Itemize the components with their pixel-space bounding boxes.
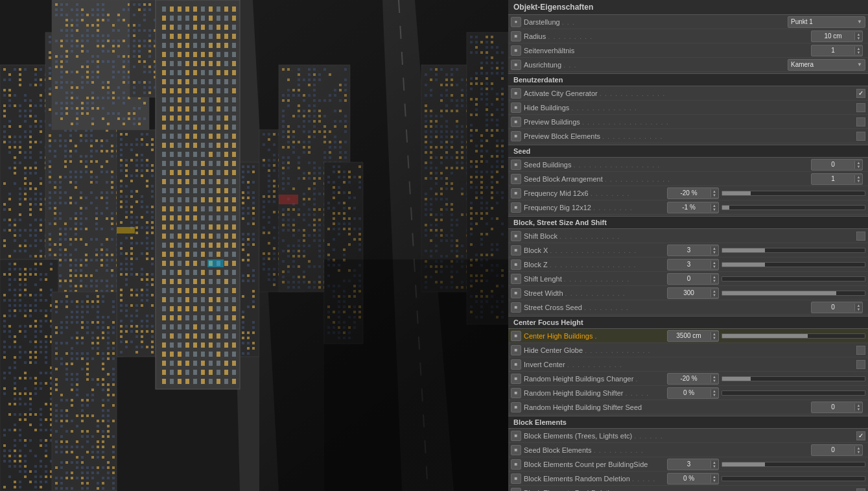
freq-mid-icon: ■ — [511, 188, 521, 198]
seed-buildings-down[interactable]: ▼ — [855, 165, 862, 169]
block-x-slider[interactable] — [721, 248, 866, 253]
push-del-label: Block Elements PushDeletion . . . . . . … — [524, 489, 854, 492]
seed-buildings-spinbox[interactable]: 0 ▲ ▼ — [811, 159, 863, 171]
preview-block-checkbox[interactable] — [856, 132, 865, 141]
freq-big-slider[interactable] — [721, 205, 866, 210]
seitenverhaeltnis-arrows: ▲ ▼ — [854, 47, 862, 54]
random-height-shifter-down[interactable]: ▼ — [711, 393, 718, 397]
random-height-changer-down[interactable]: ▼ — [711, 379, 718, 383]
seed-buildings-row: ■ Seed Buildings . . . . . . . . . . . .… — [508, 158, 868, 172]
street-width-down[interactable]: ▼ — [711, 293, 718, 297]
freq-mid-down[interactable]: ▼ — [711, 193, 718, 197]
random-height-shifter-spinbox[interactable]: 0 % ▲ ▼ — [667, 387, 719, 399]
freq-big-row: ■ Frequency Big 12x12 . . . . . . . . -1… — [508, 200, 868, 215]
block-z-slider[interactable] — [721, 262, 866, 267]
street-width-slider[interactable] — [721, 291, 866, 296]
freq-big-down[interactable]: ▼ — [711, 208, 718, 211]
freq-big-spinbox[interactable]: -1 % ▲ ▼ — [667, 202, 719, 213]
city-viewport — [0, 0, 508, 491]
hide-globe-row: ■ Hide Center Globe . . . . . . . . . . … — [508, 343, 868, 357]
seed-block-spinbox[interactable]: 1 ▲ ▼ — [811, 173, 863, 185]
shift-length-down[interactable]: ▼ — [711, 279, 718, 283]
radius-spinbox[interactable]: 10 cm ▲ ▼ — [811, 30, 863, 42]
hide-globe-checkbox[interactable] — [856, 346, 865, 355]
darstellung-dropdown[interactable]: Punkt 1 ▼ — [788, 16, 865, 28]
street-cross-label: Street Cross Seed . . . . . . . . . — [524, 304, 811, 311]
block-el-count-row: ■ Block Elements Count per BuildingSide … — [508, 457, 868, 472]
random-height-shifter-slider[interactable] — [721, 390, 866, 396]
random-height-seed-value: 0 — [812, 403, 854, 411]
block-elements-trees-checkbox[interactable] — [856, 431, 865, 440]
block-el-count-value: 3 — [668, 461, 710, 468]
block-x-label: Block X . . . . . . . . . . . . . . . . … — [524, 246, 667, 254]
block-el-count-spinbox[interactable]: 3 ▲ ▼ — [667, 459, 719, 470]
center-high-down[interactable]: ▼ — [711, 336, 718, 340]
center-high-slider[interactable] — [721, 333, 866, 339]
street-cross-spinbox[interactable]: 0 ▲ ▼ — [811, 302, 863, 313]
random-height-changer-slider[interactable] — [721, 376, 866, 381]
push-del-row: ■ Block Elements PushDeletion . . . . . … — [508, 486, 868, 491]
seed-block-value: 1 — [812, 175, 854, 182]
radius-down[interactable]: ▼ — [855, 36, 862, 40]
seed-block-el-down[interactable]: ▼ — [855, 450, 862, 454]
block-el-count-down[interactable]: ▼ — [711, 464, 718, 468]
street-cross-value: 0 — [812, 304, 854, 311]
darstellung-label: Darstellung . . . — [524, 18, 788, 26]
street-cross-down[interactable]: ▼ — [855, 307, 862, 311]
seed-block-arrows: ▲ ▼ — [854, 175, 862, 183]
shift-block-checkbox[interactable] — [856, 232, 865, 241]
seed-buildings-arrows: ▲ ▼ — [854, 161, 862, 169]
ausrichtung-dropdown[interactable]: Kamera ▼ — [788, 59, 865, 71]
seed-block-el-spinbox[interactable]: 0 ▲ ▼ — [811, 444, 863, 456]
radius-icon: ■ — [511, 31, 521, 42]
push-del-checkbox[interactable] — [856, 488, 865, 492]
activate-city-row: ■ Activate City Generator . . . . . . . … — [508, 86, 868, 101]
shift-length-arrows: ▲ ▼ — [710, 275, 718, 283]
random-height-seed-arrows: ▲ ▼ — [854, 403, 862, 411]
block-z-spinbox[interactable]: 3 ▲ ▼ — [667, 259, 719, 270]
hide-buildings-icon: ■ — [511, 102, 521, 113]
random-height-seed-spinbox[interactable]: 0 ▲ ▼ — [811, 401, 863, 413]
center-focus-header: Center Focus Height — [508, 316, 868, 329]
activate-icon: ■ — [511, 88, 521, 99]
freq-mid-spinbox[interactable]: -20 % ▲ ▼ — [667, 187, 719, 199]
freq-big-arrows: ▲ ▼ — [710, 204, 718, 211]
random-height-changer-label: Random Height Buildings Changer . — [524, 375, 667, 383]
invert-center-checkbox[interactable] — [856, 360, 865, 369]
random-del-spinbox[interactable]: 0 % ▲ ▼ — [667, 473, 719, 485]
seed-block-down[interactable]: ▼ — [855, 179, 862, 183]
freq-mid-slider[interactable] — [721, 191, 866, 196]
seed-block-icon: ■ — [511, 174, 521, 184]
activate-checkbox[interactable] — [856, 89, 865, 98]
shift-length-slider[interactable] — [721, 276, 866, 281]
random-del-value: 0 % — [668, 475, 710, 482]
benutzerdaten-header: Benutzerdaten — [508, 73, 868, 86]
random-del-slider[interactable] — [721, 476, 866, 481]
seitenverhaeltnis-down[interactable]: ▼ — [855, 51, 862, 54]
block-el-count-slider[interactable] — [721, 462, 866, 467]
block-x-spinbox[interactable]: 3 ▲ ▼ — [667, 245, 719, 256]
shift-length-spinbox[interactable]: 0 ▲ ▼ — [667, 273, 719, 285]
street-width-spinbox[interactable]: 300 ▲ ▼ — [667, 287, 719, 299]
random-height-seed-icon: ■ — [511, 402, 521, 413]
preview-buildings-checkbox[interactable] — [856, 117, 865, 126]
street-cross-icon: ■ — [511, 302, 521, 313]
block-z-down[interactable]: ▼ — [711, 265, 718, 269]
seitenverhaeltnis-spinbox[interactable]: 1 ▲ ▼ — [811, 45, 863, 56]
hide-buildings-checkbox[interactable] — [856, 103, 865, 112]
shift-block-icon: ■ — [511, 231, 521, 241]
block-el-count-arrows: ▲ ▼ — [710, 461, 718, 468]
ausrichtung-arrow: ▼ — [857, 62, 862, 67]
properties-panel: Objekt-Eigenschaften ● Darstellung . . .… — [508, 0, 868, 491]
random-height-shifter-icon: ■ — [511, 388, 521, 398]
random-height-seed-down[interactable]: ▼ — [855, 407, 862, 411]
ausrichtung-value: Kamera — [791, 61, 857, 68]
block-x-arrows: ▲ ▼ — [710, 246, 718, 254]
center-high-spinbox[interactable]: 3500 cm ▲ ▼ — [667, 330, 719, 342]
random-del-down[interactable]: ▼ — [711, 479, 718, 483]
random-height-changer-spinbox[interactable]: -20 % ▲ ▼ — [667, 373, 719, 385]
block-x-down[interactable]: ▼ — [711, 250, 718, 254]
block-z-value: 3 — [668, 261, 710, 268]
hide-globe-label: Hide Center Globe . . . . . . . . . . . … — [524, 346, 854, 354]
seed-header: Seed — [508, 145, 868, 158]
